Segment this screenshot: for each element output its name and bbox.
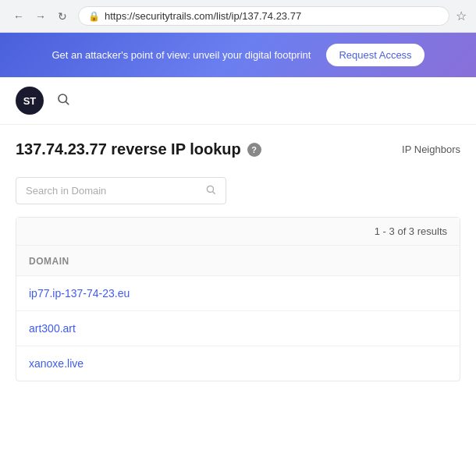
table-row: ip77.ip-137-74-23.eu (16, 276, 460, 311)
nav-buttons: ← → ↻ (9, 7, 72, 26)
domain-link-2[interactable]: art300.art (29, 322, 76, 335)
search-nav-icon[interactable] (56, 92, 70, 110)
promo-banner: Get an attacker's point of view: unveil … (0, 33, 476, 77)
table-header: Domain (16, 246, 460, 276)
browser-chrome: ← → ↻ 🔒 https://securitytrails.com/list/… (0, 0, 476, 33)
search-icon (205, 184, 216, 197)
page-title-row: 137.74.23.77 reverse IP lookup ? IP Neig… (16, 140, 460, 158)
address-bar[interactable]: 🔒 https://securitytrails.com/list/ip/137… (78, 6, 449, 26)
svg-line-1 (66, 101, 68, 104)
url-text: https://securitytrails.com/list/ip/137.7… (105, 10, 439, 22)
request-access-button[interactable]: Request Access (326, 44, 424, 66)
bookmark-button[interactable]: ☆ (456, 9, 467, 23)
table-row: art300.art (16, 311, 460, 346)
site-header: ST (0, 77, 476, 125)
info-icon[interactable]: ? (247, 143, 261, 157)
results-count: 1 - 3 of 3 results (16, 218, 460, 246)
forward-button[interactable]: → (31, 7, 50, 26)
results-table: 1 - 3 of 3 results Domain ip77.ip-137-74… (16, 217, 460, 381)
domain-link-1[interactable]: ip77.ip-137-74-23.eu (29, 287, 130, 300)
ip-neighbors-link[interactable]: IP Neighbors (402, 144, 460, 155)
search-box (16, 177, 226, 204)
back-button[interactable]: ← (9, 7, 28, 26)
svg-line-3 (213, 192, 215, 194)
main-content: 137.74.23.77 reverse IP lookup ? IP Neig… (0, 125, 476, 381)
lock-icon: 🔒 (88, 11, 100, 22)
page-title: 137.74.23.77 reverse IP lookup ? (16, 140, 261, 158)
refresh-button[interactable]: ↻ (53, 7, 72, 26)
logo[interactable]: ST (16, 87, 44, 115)
search-container (16, 177, 460, 204)
banner-text: Get an attacker's point of view: unveil … (52, 49, 311, 61)
domain-column-header: Domain (29, 256, 69, 267)
page-title-text: 137.74.23.77 reverse IP lookup (16, 140, 241, 158)
domain-link-3[interactable]: xanoxe.live (29, 357, 83, 370)
search-input[interactable] (26, 185, 205, 197)
table-row: xanoxe.live (16, 346, 460, 381)
